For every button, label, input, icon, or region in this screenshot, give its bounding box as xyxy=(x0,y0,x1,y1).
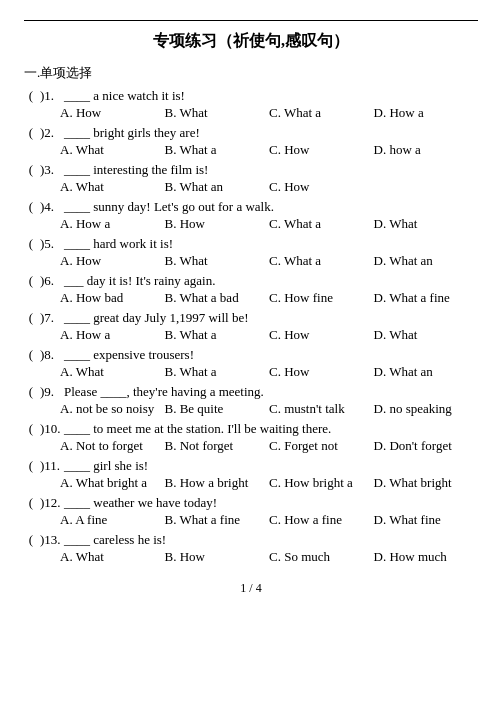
question-number: )4. xyxy=(40,199,62,215)
question-block: ()3.____ interesting the film is!A. What… xyxy=(24,162,478,195)
question-text: ____ interesting the film is! xyxy=(64,162,478,178)
question-line: ()9.Please ____, they're having a meetin… xyxy=(24,384,478,400)
top-divider xyxy=(24,20,478,21)
options-line: A. HowB. WhatC. What aD. How a xyxy=(60,105,478,121)
question-block: ()11.____ girl she is!A. What bright aB.… xyxy=(24,458,478,491)
paren: ( xyxy=(24,273,38,289)
question-line: ()13.____ careless he is! xyxy=(24,532,478,548)
paren: ( xyxy=(24,347,38,363)
question-block: ()2.____ bright girls they are!A. WhatB.… xyxy=(24,125,478,158)
option-item: D. no speaking xyxy=(374,401,479,417)
question-text: ____ weather we have today! xyxy=(64,495,478,511)
option-item: B. Not forget xyxy=(165,438,270,454)
option-item: A. A fine xyxy=(60,512,165,528)
option-item: D. How a xyxy=(374,105,479,121)
question-text: ____ great day July 1,1997 will be! xyxy=(64,310,478,326)
option-item: D. What an xyxy=(374,253,479,269)
question-text: ____ sunny day! Let's go out for a walk. xyxy=(64,199,478,215)
option-item: B. What an xyxy=(165,179,270,195)
option-item: D. What bright xyxy=(374,475,479,491)
paren: ( xyxy=(24,458,38,474)
question-line: ()7.____ great day July 1,1997 will be! xyxy=(24,310,478,326)
question-number: )11. xyxy=(40,458,62,474)
options-line: A. How badB. What a badC. How fineD. Wha… xyxy=(60,290,478,306)
paren: ( xyxy=(24,421,38,437)
option-item: C. How bright a xyxy=(269,475,374,491)
question-block: ()13.____ careless he is!A. WhatB. HowC.… xyxy=(24,532,478,565)
option-item: A. What xyxy=(60,364,165,380)
option-item: B. What a xyxy=(165,142,270,158)
question-number: )12. xyxy=(40,495,62,511)
paren: ( xyxy=(24,310,38,326)
question-block: ()7.____ great day July 1,1997 will be!A… xyxy=(24,310,478,343)
option-item: B. How xyxy=(165,549,270,565)
option-item: B. What a xyxy=(165,364,270,380)
option-item: D. What xyxy=(374,216,479,232)
question-text: ___ day it is! It's rainy again. xyxy=(64,273,478,289)
question-block: ()5.____ hard work it is!A. HowB. WhatC.… xyxy=(24,236,478,269)
options-line: A. WhatB. What anC. How xyxy=(60,179,478,195)
question-text: ____ hard work it is! xyxy=(64,236,478,252)
option-item: D. What xyxy=(374,327,479,343)
question-line: ()1.____ a nice watch it is! xyxy=(24,88,478,104)
option-item: A. How a xyxy=(60,216,165,232)
option-item: C. How xyxy=(269,327,374,343)
question-line: ()6.___ day it is! It's rainy again. xyxy=(24,273,478,289)
question-line: ()10.____ to meet me at the station. I'l… xyxy=(24,421,478,437)
paren: ( xyxy=(24,532,38,548)
option-item: C. What a xyxy=(269,216,374,232)
question-number: )3. xyxy=(40,162,62,178)
question-text: ____ bright girls they are! xyxy=(64,125,478,141)
option-item: B. What a xyxy=(165,327,270,343)
question-number: )13. xyxy=(40,532,62,548)
question-number: )7. xyxy=(40,310,62,326)
option-item: C. mustn't talk xyxy=(269,401,374,417)
paren: ( xyxy=(24,88,38,104)
options-line: A. How aB. What aC. HowD. What xyxy=(60,327,478,343)
option-item: A. What xyxy=(60,179,165,195)
option-item: A. What xyxy=(60,142,165,158)
page-title: 专项练习（祈使句,感叹句） xyxy=(24,31,478,52)
option-item: C. Forget not xyxy=(269,438,374,454)
questions-container: ()1.____ a nice watch it is!A. HowB. Wha… xyxy=(24,88,478,565)
option-item xyxy=(374,179,479,195)
options-line: A. WhatB. HowC. So muchD. How much xyxy=(60,549,478,565)
option-item: A. not be so noisy xyxy=(60,401,165,417)
paren: ( xyxy=(24,236,38,252)
question-block: ()12.____ weather we have today!A. A fin… xyxy=(24,495,478,528)
options-line: A. Not to forgetB. Not forgetC. Forget n… xyxy=(60,438,478,454)
option-item: C. What a xyxy=(269,105,374,121)
question-number: )10. xyxy=(40,421,62,437)
option-item: B. How xyxy=(165,216,270,232)
question-block: ()8.____ expensive trousers!A. WhatB. Wh… xyxy=(24,347,478,380)
options-line: A. A fineB. What a fineC. How a fineD. W… xyxy=(60,512,478,528)
options-line: A. HowB. WhatC. What aD. What an xyxy=(60,253,478,269)
option-item: B. What a fine xyxy=(165,512,270,528)
question-number: )1. xyxy=(40,88,62,104)
option-item: A. How bad xyxy=(60,290,165,306)
question-text: Please ____, they're having a meeting. xyxy=(64,384,478,400)
question-block: ()10.____ to meet me at the station. I'l… xyxy=(24,421,478,454)
question-block: ()4.____ sunny day! Let's go out for a w… xyxy=(24,199,478,232)
question-line: ()8.____ expensive trousers! xyxy=(24,347,478,363)
question-text: ____ expensive trousers! xyxy=(64,347,478,363)
option-item: B. Be quite xyxy=(165,401,270,417)
question-line: ()5.____ hard work it is! xyxy=(24,236,478,252)
option-item: C. What a xyxy=(269,253,374,269)
question-number: )8. xyxy=(40,347,62,363)
question-number: )2. xyxy=(40,125,62,141)
option-item: C. How xyxy=(269,179,374,195)
option-item: A. How xyxy=(60,105,165,121)
option-item: B. What xyxy=(165,105,270,121)
option-item: C. So much xyxy=(269,549,374,565)
option-item: C. How a fine xyxy=(269,512,374,528)
option-item: A. What xyxy=(60,549,165,565)
option-item: B. What xyxy=(165,253,270,269)
paren: ( xyxy=(24,199,38,215)
option-item: A. How xyxy=(60,253,165,269)
paren: ( xyxy=(24,162,38,178)
question-number: )6. xyxy=(40,273,62,289)
option-item: D. What an xyxy=(374,364,479,380)
question-line: ()12.____ weather we have today! xyxy=(24,495,478,511)
option-item: D. What fine xyxy=(374,512,479,528)
